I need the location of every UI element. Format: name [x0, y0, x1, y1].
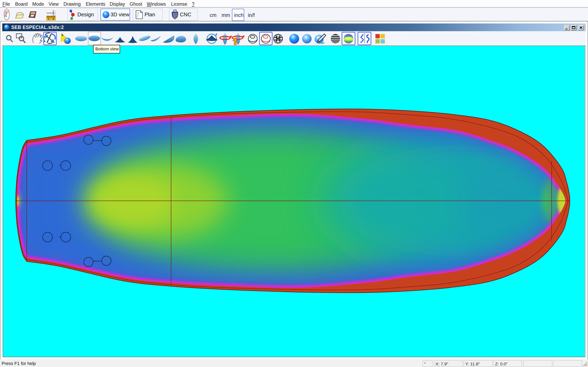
svg-text:0: 0	[53, 17, 54, 20]
svg-text:1: 1	[48, 17, 49, 20]
